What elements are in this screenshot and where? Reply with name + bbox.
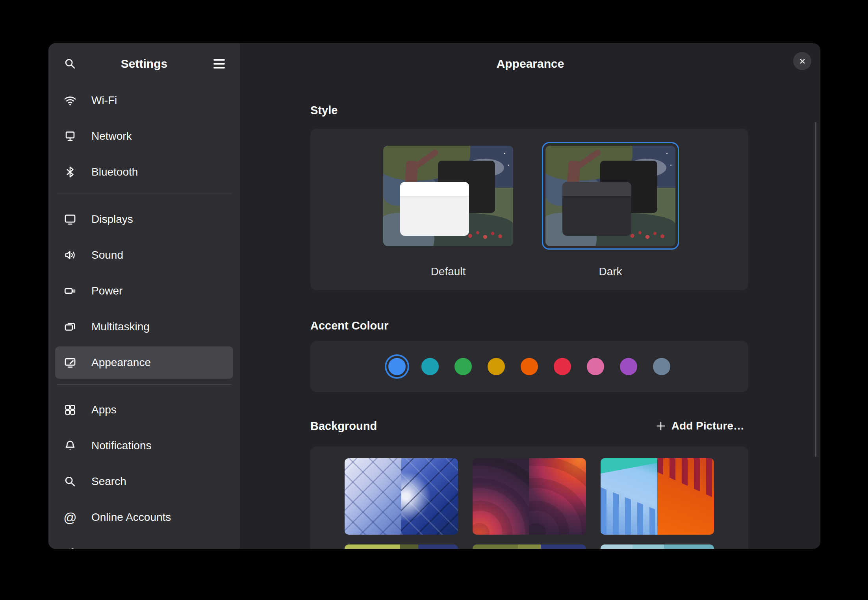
- at-icon: @: [63, 510, 77, 524]
- wallpaper-art: [401, 458, 458, 535]
- sidebar-item-label: Power: [91, 285, 122, 297]
- accent-swatch-red[interactable]: [554, 358, 571, 375]
- apps-icon: [63, 403, 77, 417]
- accent-swatch-blue[interactable]: [388, 358, 406, 375]
- wallpaper-olive-night[interactable]: [473, 544, 586, 549]
- wifi-icon: [63, 93, 77, 107]
- bell-icon: [63, 439, 77, 453]
- wallpaper-art: [529, 458, 586, 535]
- network-icon: [63, 129, 77, 143]
- close-button[interactable]: [793, 52, 811, 70]
- wallpaper-sky-teal[interactable]: [601, 544, 714, 549]
- accent-swatch-orange[interactable]: [521, 358, 538, 375]
- style-option-default[interactable]: Default: [380, 142, 517, 290]
- sidebar-item-label: Sound: [91, 249, 123, 261]
- sidebar-item-power[interactable]: Power: [55, 275, 233, 307]
- accent-swatch-purple[interactable]: [620, 358, 637, 375]
- preview-window-front: [400, 182, 469, 236]
- sidebar-item-label: Network: [91, 130, 132, 143]
- sidebar-item-notifications[interactable]: Notifications: [55, 430, 233, 462]
- add-picture-label: Add Picture…: [671, 420, 744, 432]
- wallpaper-art: [345, 458, 401, 535]
- appearance-content: Style: [240, 84, 820, 549]
- sidebar-item-sound[interactable]: Sound: [55, 239, 233, 271]
- style-option-label: Dark: [599, 265, 622, 278]
- appearance-icon: [63, 356, 77, 370]
- preview-window-front: [562, 182, 631, 236]
- wallpaper-art: [657, 458, 714, 535]
- accent-colour-card: [310, 341, 748, 392]
- sidebar-item-appearance[interactable]: Appearance: [55, 346, 233, 379]
- scrollbar[interactable]: [815, 122, 816, 457]
- bluetooth-icon: [63, 165, 77, 179]
- preview-art-flowers: [465, 227, 507, 243]
- sidebar-item-label: Search: [91, 475, 126, 488]
- sidebar-item-label: Sharing: [91, 547, 130, 549]
- accent-swatch-teal[interactable]: [421, 358, 439, 375]
- share-icon: [63, 546, 77, 549]
- sidebar: Settings Wi-Fi: [48, 43, 240, 549]
- style-preview-frame-selected: [542, 142, 679, 250]
- accent-colour-heading: Accent Colour: [310, 319, 748, 332]
- wallpaper-art: [601, 458, 657, 535]
- sidebar-item-label: Notifications: [91, 439, 152, 452]
- sidebar-item-bluetooth[interactable]: Bluetooth: [55, 156, 233, 188]
- accent-swatch-yellow[interactable]: [488, 358, 505, 375]
- multitasking-icon: [63, 320, 77, 334]
- sidebar-item-label: Displays: [91, 213, 133, 226]
- add-picture-button[interactable]: Add Picture…: [651, 417, 748, 435]
- style-option-dark[interactable]: Dark: [542, 142, 679, 290]
- sidebar-separator: [57, 384, 232, 385]
- main-header: Appearance: [240, 43, 820, 84]
- preview-art-flowers: [627, 227, 669, 243]
- preview-art: [383, 146, 513, 246]
- background-heading-row: Background Add Picture…: [310, 417, 748, 435]
- sidebar-item-label: Online Accounts: [91, 511, 171, 524]
- background-card: [310, 446, 748, 549]
- sidebar-item-label: Bluetooth: [91, 166, 138, 178]
- style-card: Default: [310, 129, 748, 290]
- sidebar-item-network[interactable]: Network: [55, 120, 233, 152]
- wallpaper-art: [473, 458, 529, 535]
- sidebar-item-online-accounts[interactable]: @ Online Accounts: [55, 501, 233, 533]
- sidebar-item-multitasking[interactable]: Multitasking: [55, 311, 233, 343]
- style-heading: Style: [310, 104, 748, 117]
- wallpaper-pixels-drip[interactable]: [601, 458, 714, 535]
- sidebar-item-sharing[interactable]: Sharing: [55, 537, 233, 549]
- preview-art: [545, 146, 675, 246]
- accent-swatch-pink[interactable]: [587, 358, 604, 375]
- style-preview-default: [383, 146, 513, 246]
- sidebar-item-label: Appearance: [91, 356, 151, 369]
- close-icon: [798, 57, 807, 66]
- settings-window: Settings Wi-Fi: [48, 43, 820, 549]
- style-option-label: Default: [431, 265, 466, 278]
- wallpaper-meadow-night[interactable]: [345, 544, 458, 549]
- search-icon: [63, 474, 77, 489]
- sound-icon: [63, 248, 77, 262]
- page-title: Appearance: [497, 57, 564, 70]
- wallpaper-magma-waves[interactable]: [473, 458, 586, 535]
- background-heading: Background: [310, 420, 377, 433]
- sidebar-item-apps[interactable]: Apps: [55, 394, 233, 426]
- sidebar-item-search[interactable]: Search: [55, 465, 233, 498]
- accent-swatch-green[interactable]: [454, 358, 472, 375]
- sidebar-header: Settings: [48, 43, 240, 84]
- sidebar-item-label: Apps: [91, 404, 117, 416]
- accent-swatch-slate[interactable]: [653, 358, 670, 375]
- style-preview-frame: [380, 142, 517, 250]
- sidebar-item-displays[interactable]: Displays: [55, 203, 233, 235]
- power-icon: [63, 284, 77, 298]
- sidebar-item-label: Multitasking: [91, 320, 150, 333]
- sidebar-title: Settings: [48, 57, 240, 70]
- wallpaper-blue-geometric[interactable]: [345, 458, 458, 535]
- sidebar-item-label: Wi-Fi: [91, 94, 117, 107]
- style-preview-dark: [545, 146, 675, 246]
- sidebar-separator: [57, 194, 232, 194]
- sidebar-item-wifi[interactable]: Wi-Fi: [55, 84, 233, 117]
- sidebar-list: Wi-Fi Network Bluetooth: [48, 84, 240, 549]
- display-icon: [63, 212, 77, 226]
- appearance-panel: Appearance Style: [240, 43, 820, 549]
- plus-icon: [655, 420, 667, 432]
